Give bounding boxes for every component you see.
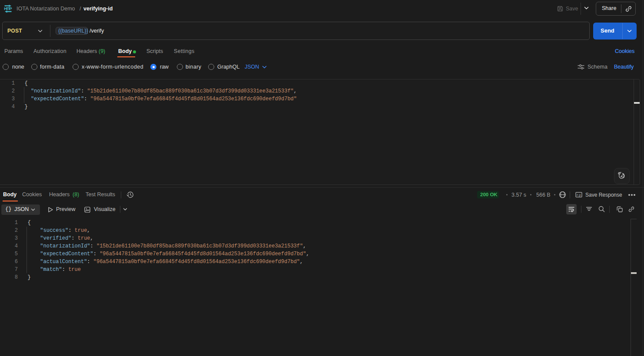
svg-text:e.g.: e.g. <box>577 193 581 197</box>
svg-text:HTTP: HTTP <box>4 6 12 11</box>
